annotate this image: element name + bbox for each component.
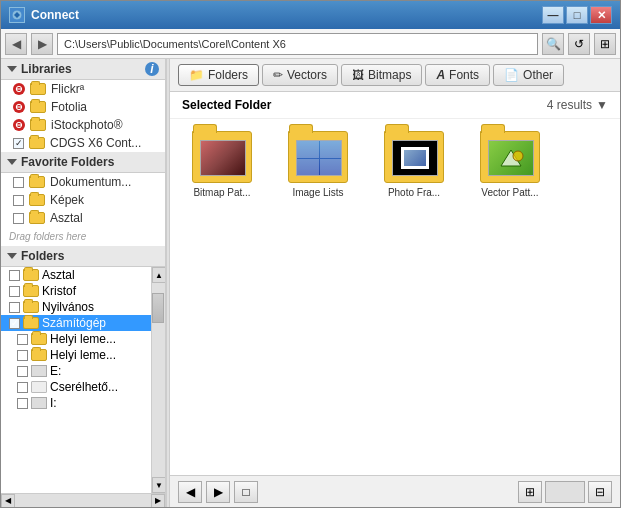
- address-input[interactable]: [57, 33, 538, 55]
- title-bar: Connect — □ ✕: [1, 1, 620, 29]
- nav-open-button[interactable]: □: [234, 481, 258, 503]
- hscroll-left-button[interactable]: ◀: [1, 494, 15, 508]
- view-list-button[interactable]: ⊟: [588, 481, 612, 503]
- tree-item-i[interactable]: I:: [1, 395, 151, 411]
- vector-patt-folder-thumb: [480, 131, 540, 183]
- grid-item-vector-patt[interactable]: Vector Patt...: [470, 131, 550, 198]
- tree-item-cserelheto[interactable]: Cserélhető...: [1, 379, 151, 395]
- asztal-fav-label: Asztal: [50, 211, 83, 225]
- istock-label: iStockphoto®: [51, 118, 123, 132]
- image-lists-folder-thumb: [288, 131, 348, 183]
- view-grid-button[interactable]: ⊞: [518, 481, 542, 503]
- forward-button[interactable]: ▶: [31, 33, 53, 55]
- nav-back-button[interactable]: ◀: [178, 481, 202, 503]
- tree-item-nyilvanos[interactable]: Nyilvános: [1, 299, 151, 315]
- tab-fonts[interactable]: A Fonts: [425, 64, 490, 86]
- scroll-up-button[interactable]: ▲: [152, 267, 165, 283]
- asztal-checkbox[interactable]: [9, 270, 20, 281]
- fonts-tab-icon: A: [436, 68, 445, 82]
- view-list-icon: ⊟: [595, 485, 605, 499]
- image-lists-label: Image Lists: [292, 187, 343, 198]
- tree-item-asztal[interactable]: Asztal: [1, 267, 151, 283]
- sidebar-tree: Asztal Kristof Nyilvános ✓: [1, 267, 151, 493]
- fotolia-label: Fotolia: [51, 100, 87, 114]
- nav-open-icon: □: [242, 485, 249, 499]
- tab-vectors[interactable]: ✏ Vectors: [262, 64, 338, 86]
- libraries-header[interactable]: Libraries i: [1, 59, 165, 80]
- scroll-track[interactable]: [152, 283, 165, 477]
- cdgs-checkbox[interactable]: ✓: [13, 138, 24, 149]
- view-slider[interactable]: [545, 481, 585, 503]
- scroll-thumb[interactable]: [152, 293, 164, 323]
- tree-item-helyi2[interactable]: Helyi leme...: [1, 347, 151, 363]
- kepek-folder-icon: [29, 194, 45, 206]
- cserelheto-label: Cserélhető...: [50, 380, 118, 394]
- folders-tree-header[interactable]: Folders: [1, 246, 165, 267]
- nav-forward-button[interactable]: ▶: [206, 481, 230, 503]
- kepek-checkbox[interactable]: [13, 195, 24, 206]
- libraries-info-icon[interactable]: i: [145, 62, 159, 76]
- favorite-folders-header[interactable]: Favorite Folders: [1, 152, 165, 173]
- tab-folders[interactable]: 📁 Folders: [178, 64, 259, 86]
- minimize-button[interactable]: —: [542, 6, 564, 24]
- cserelheto-checkbox[interactable]: [17, 382, 28, 393]
- grid-item-bitmap-pat[interactable]: Bitmap Pat...: [182, 131, 262, 198]
- sidebar-item-kepek[interactable]: Képek: [1, 191, 165, 209]
- tree-item-szamitogep[interactable]: ✓ Számítógép: [1, 315, 151, 331]
- kristof-label: Kristof: [42, 284, 76, 298]
- folders-tab-label: Folders: [208, 68, 248, 82]
- i-checkbox[interactable]: [17, 398, 28, 409]
- other-tab-icon: 📄: [504, 68, 519, 82]
- tree-item-kristof[interactable]: Kristof: [1, 283, 151, 299]
- sidebar-vscrollbar[interactable]: ▲ ▼: [151, 267, 165, 493]
- kristof-folder-icon: [23, 285, 39, 297]
- i-drive-icon: [31, 397, 47, 409]
- dokumentum-label: Dokumentum...: [50, 175, 131, 189]
- istock-status-icon: ⊖: [13, 119, 25, 131]
- window-title: Connect: [31, 8, 542, 22]
- asztal-fav-checkbox[interactable]: [13, 213, 24, 224]
- sync-button[interactable]: ⊞: [594, 33, 616, 55]
- kristof-checkbox[interactable]: [9, 286, 20, 297]
- sidebar-item-cdgs[interactable]: ✓ CDGS X6 Cont...: [1, 134, 165, 152]
- refresh-button[interactable]: ↺: [568, 33, 590, 55]
- close-button[interactable]: ✕: [590, 6, 612, 24]
- bitmaps-tab-icon: 🖼: [352, 68, 364, 82]
- sidebar-item-fotolia[interactable]: ⊖ Fotolia: [1, 98, 165, 116]
- grid-item-photo-fra[interactable]: Photo Fra...: [374, 131, 454, 198]
- scroll-down-button[interactable]: ▼: [152, 477, 165, 493]
- tree-item-e[interactable]: E:: [1, 363, 151, 379]
- flickr-folder-icon: [30, 83, 46, 95]
- tree-item-helyi1[interactable]: Helyi leme...: [1, 331, 151, 347]
- sidebar-item-asztal-fav[interactable]: Asztal: [1, 209, 165, 227]
- hscroll-track[interactable]: [15, 494, 151, 508]
- search-button[interactable]: 🔍: [542, 33, 564, 55]
- sidebar-hscrollbar[interactable]: ◀ ▶: [1, 493, 165, 507]
- grid-item-image-lists[interactable]: Image Lists: [278, 131, 358, 198]
- vectors-tab-label: Vectors: [287, 68, 327, 82]
- sidebar-item-dokumentum[interactable]: Dokumentum...: [1, 173, 165, 191]
- tab-other[interactable]: 📄 Other: [493, 64, 564, 86]
- sidebar-item-istockphoto[interactable]: ⊖ iStockphoto®: [1, 116, 165, 134]
- cdgs-label: CDGS X6 Cont...: [50, 136, 141, 150]
- back-button[interactable]: ◀: [5, 33, 27, 55]
- title-bar-controls: — □ ✕: [542, 6, 612, 24]
- bottom-toolbar: ◀ ▶ □ ⊞ ⊟: [170, 475, 620, 507]
- tab-bitmaps[interactable]: 🖼 Bitmaps: [341, 64, 422, 86]
- vector-patt-label: Vector Patt...: [481, 187, 538, 198]
- szamitogep-checkbox[interactable]: ✓: [9, 318, 20, 329]
- dokumentum-checkbox[interactable]: [13, 177, 24, 188]
- helyi1-folder-icon: [31, 333, 47, 345]
- image-list-art: [297, 141, 341, 175]
- helyi2-checkbox[interactable]: [17, 350, 28, 361]
- hscroll-right-button[interactable]: ▶: [151, 494, 165, 508]
- sync-icon: ⊞: [600, 37, 610, 51]
- sidebar-item-flickr[interactable]: ⊖ Flickrª: [1, 80, 165, 98]
- photo-fra-preview: [392, 140, 438, 176]
- favorites-expand-icon: [7, 159, 17, 165]
- bitmaps-tab-label: Bitmaps: [368, 68, 411, 82]
- e-checkbox[interactable]: [17, 366, 28, 377]
- nyilvanos-checkbox[interactable]: [9, 302, 20, 313]
- helyi1-checkbox[interactable]: [17, 334, 28, 345]
- maximize-button[interactable]: □: [566, 6, 588, 24]
